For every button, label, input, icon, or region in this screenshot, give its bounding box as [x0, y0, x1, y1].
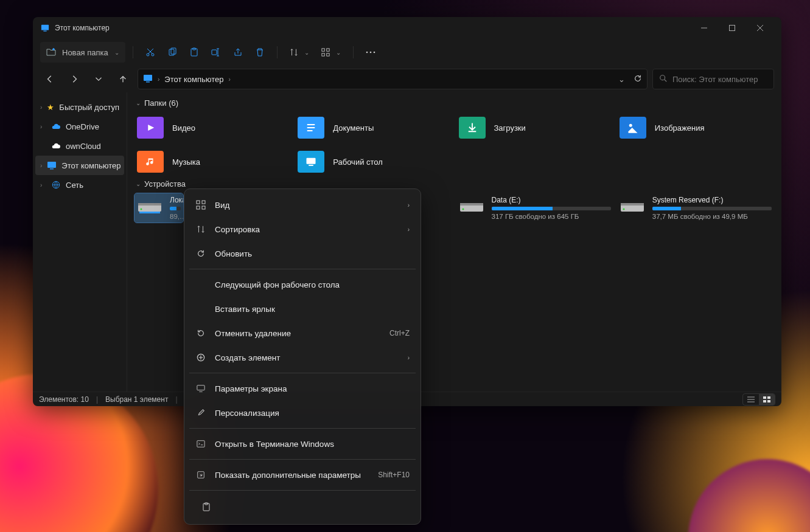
ctx-label: Отменить удаление	[215, 329, 381, 338]
rename-button[interactable]	[206, 42, 226, 63]
svg-rect-16	[327, 54, 329, 56]
sort-button[interactable]: ⌄	[285, 42, 314, 63]
sidebar-item-this-pc[interactable]: › Этот компьютер	[35, 156, 124, 175]
svg-point-35	[462, 209, 464, 210]
view-button[interactable]: ⌄	[316, 42, 346, 63]
chevron-down-icon[interactable]: ⌄	[618, 75, 625, 84]
folder-item[interactable]: Рабочий стол	[295, 147, 452, 177]
close-button[interactable]	[746, 18, 774, 38]
back-button[interactable]	[40, 69, 60, 89]
svg-rect-46	[202, 206, 205, 209]
new-folder-button[interactable]: Новая папка ⌄	[40, 42, 125, 63]
drive-free-text: 317 ГБ свободно из 645 ГБ	[492, 213, 611, 220]
sidebar-item-label: Этот компьютер	[61, 161, 120, 170]
sidebar-item-label: Сеть	[66, 181, 83, 190]
paste-button[interactable]	[184, 42, 204, 63]
chevron-right-icon: ›	[158, 76, 159, 83]
minimize-button[interactable]	[690, 18, 718, 38]
svg-rect-28	[309, 165, 314, 166]
recent-button[interactable]	[89, 69, 108, 89]
folder-item[interactable]: Загрузки	[456, 112, 613, 143]
drive-icon	[459, 197, 484, 215]
svg-rect-30	[138, 203, 161, 206]
ctx-display-settings[interactable]: Параметры экрана	[188, 376, 417, 401]
share-button[interactable]	[228, 42, 248, 63]
sidebar-item-onedrive[interactable]: › OneDrive	[35, 117, 124, 136]
cloud-icon	[51, 122, 61, 131]
details-view-button[interactable]	[743, 394, 759, 405]
undo-icon	[195, 328, 206, 339]
svg-point-22	[660, 75, 665, 80]
ctx-paste-button[interactable]	[195, 498, 217, 516]
ctx-new[interactable]: Создать элемент ›	[188, 345, 417, 370]
video-folder-icon	[137, 117, 164, 139]
group-header-folders[interactable]: ⌄ Папки (6)	[136, 98, 774, 108]
up-button[interactable]	[113, 69, 133, 89]
drive-free-text: 37,7 МБ свободно из 49,9 МБ	[652, 213, 772, 220]
svg-point-19	[373, 52, 375, 54]
ctx-personalize[interactable]: Персонализация	[188, 401, 417, 425]
ctx-shortcut: Ctrl+Z	[389, 329, 410, 337]
svg-rect-40	[767, 396, 770, 399]
grid-icon	[195, 199, 206, 210]
sidebar-item-label: Быстрый доступ	[59, 103, 119, 112]
drive-item[interactable]: System Reserved (F:) 37,7 МБ свободно из…	[617, 193, 774, 223]
drive-item[interactable]: Локальный диск (C:) 89,…	[134, 193, 183, 223]
sidebar-item-network[interactable]: › Сеть	[35, 175, 124, 195]
tiles-view-button[interactable]	[759, 394, 775, 405]
drive-item[interactable]: Data (E:) 317 ГБ свободно из 645 ГБ	[456, 193, 613, 223]
folder-item[interactable]: Музыка	[134, 147, 292, 177]
address-segment[interactable]: Этот компьютер	[164, 75, 223, 84]
chevron-right-icon[interactable]: ›	[40, 104, 42, 111]
status-items: Элементов: 10	[39, 395, 89, 404]
svg-rect-3	[730, 26, 735, 31]
folder-label: Рабочий стол	[333, 157, 383, 167]
folder-label: Загрузки	[494, 123, 526, 133]
wallpaper-blob	[688, 459, 810, 532]
cloud-icon	[51, 141, 61, 151]
refresh-button[interactable]	[634, 74, 642, 85]
drive-usage-bar	[652, 207, 772, 210]
chevron-right-icon[interactable]: ›	[40, 182, 46, 188]
group-header-drives[interactable]: ⌄ Устройства и диски (4)	[136, 179, 774, 188]
ctx-shortcut: Shift+F10	[378, 471, 410, 479]
monitor-icon	[143, 74, 153, 85]
cut-button[interactable]	[141, 42, 160, 63]
svg-rect-48	[197, 385, 204, 390]
folder-item[interactable]: Изображения	[617, 112, 774, 143]
drive-name: Data (E:)	[492, 196, 611, 204]
delete-button[interactable]	[250, 42, 270, 63]
address-bar[interactable]: › Этот компьютер › ⌄	[138, 69, 648, 89]
search-box[interactable]: Поиск: Этот компьютер	[652, 69, 774, 89]
folder-item[interactable]: Видео	[134, 112, 292, 143]
ctx-next-wallpaper[interactable]: Следующий фон рабочего стола	[188, 272, 417, 297]
ctx-paste-shortcut[interactable]: Вставить ярлык	[188, 297, 417, 321]
ctx-label: Вид	[215, 201, 399, 210]
titlebar[interactable]: Этот компьютер	[33, 17, 781, 39]
more-button[interactable]	[361, 42, 380, 63]
ctx-open-terminal[interactable]: Открыть в Терминале Windows	[188, 432, 417, 456]
chevron-right-icon[interactable]: ›	[40, 162, 42, 169]
ctx-undo-delete[interactable]: Отменить удаление Ctrl+Z	[188, 321, 417, 345]
maximize-button[interactable]	[718, 18, 746, 38]
drive-icon	[137, 197, 162, 215]
folder-item[interactable]: Документы	[295, 112, 452, 143]
ctx-sort[interactable]: Сортировка ›	[188, 217, 417, 241]
svg-point-17	[366, 52, 368, 54]
ctx-view[interactable]: Вид ›	[188, 193, 417, 217]
new-folder-label: Новая папка	[62, 48, 108, 57]
view-toggle[interactable]	[742, 393, 775, 406]
copy-button[interactable]	[162, 42, 182, 63]
forward-button[interactable]	[65, 69, 84, 89]
svg-point-38	[623, 209, 624, 210]
search-icon	[659, 74, 668, 85]
pictures-folder-icon	[620, 117, 646, 139]
display-icon	[195, 383, 206, 394]
ctx-show-more[interactable]: Показать дополнительные параметры Shift+…	[188, 463, 417, 487]
sidebar-item-owncloud[interactable]: ownCloud	[35, 136, 124, 156]
drive-usage-bar	[170, 207, 181, 210]
svg-point-6	[147, 54, 149, 56]
sidebar-item-quick-access[interactable]: › ★ Быстрый доступ	[35, 97, 124, 117]
chevron-right-icon[interactable]: ›	[40, 123, 46, 130]
ctx-refresh[interactable]: Обновить	[188, 241, 417, 266]
